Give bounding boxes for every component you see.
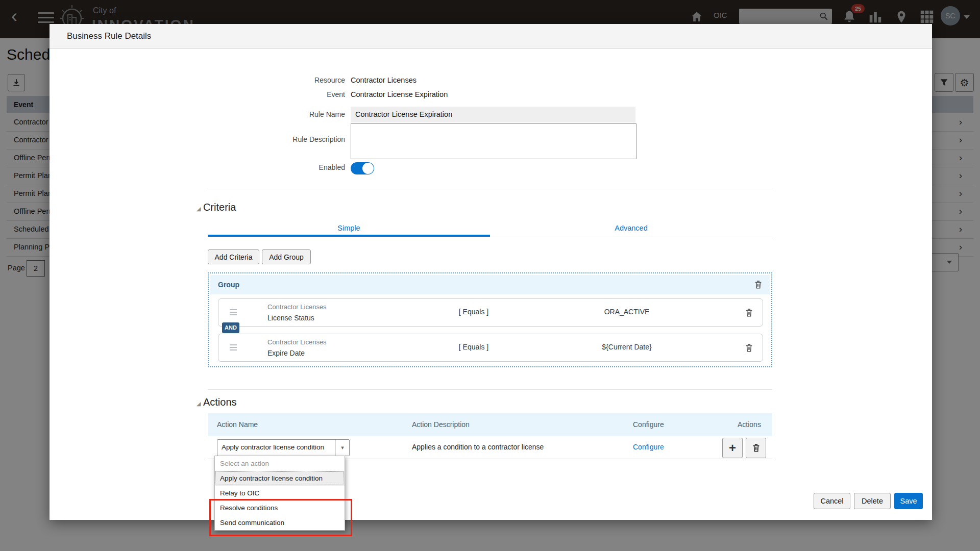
dropdown-option-selected[interactable]: Apply contractor license condition [215, 471, 345, 486]
dropdown-option-placeholder[interactable]: Select an action [215, 456, 345, 471]
plus-icon: + [729, 442, 736, 454]
col-actions: Actions [738, 413, 761, 436]
col-action-name: Action Name [217, 413, 258, 436]
delete-criteria-trash-icon[interactable] [745, 308, 753, 317]
tab-simple[interactable]: Simple [208, 220, 490, 236]
resource-value: Contractor Licenses [351, 76, 416, 84]
criteria-row[interactable]: Contractor Licenses License Status [ Equ… [218, 298, 763, 327]
dropdown-option[interactable]: Relay to OIC [215, 486, 345, 500]
col-action-description: Action Description [412, 413, 470, 436]
criteria-field: Expire Date [267, 349, 305, 357]
toggle-knob [362, 163, 374, 174]
rule-name-label: Rule Name [243, 110, 345, 118]
add-action-button[interactable]: + [722, 438, 743, 458]
event-label: Event [243, 90, 345, 98]
screen: ‹ City of INNOVATION OIC 25 [0, 0, 980, 551]
action-name-select[interactable]: Apply contractor license condition ▾ [217, 439, 350, 456]
criteria-group: Group Contractor Licenses License Status… [208, 272, 772, 367]
criteria-operator: [ Equals ] [423, 343, 525, 351]
criteria-operator: [ Equals ] [423, 308, 525, 316]
tab-advanced[interactable]: Advanced [490, 220, 772, 236]
save-button[interactable]: Save [894, 493, 923, 509]
drag-handle-icon[interactable] [229, 343, 238, 352]
action-description: Applies a condition to a contractor lice… [412, 443, 544, 451]
conjunction-badge[interactable]: AND [222, 322, 239, 333]
delete-action-button[interactable] [746, 438, 766, 458]
add-criteria-button[interactable]: Add Criteria [208, 249, 259, 264]
cancel-button[interactable]: Cancel [814, 493, 850, 509]
criteria-resource: Contractor Licenses [267, 338, 327, 346]
actions-table-header: Action Name Action Description Configure… [208, 413, 772, 436]
criteria-section-header[interactable]: ◢ Criteria [197, 202, 236, 213]
collapse-triangle-icon[interactable]: ◢ [197, 206, 201, 212]
criteria-row[interactable]: Contractor Licenses Expire Date [ Equals… [218, 334, 763, 362]
add-group-button[interactable]: Add Group [262, 249, 311, 264]
actions-section-header[interactable]: ◢ Actions [197, 396, 237, 408]
criteria-tabstrip: Simple Advanced [208, 220, 772, 237]
delete-criteria-trash-icon[interactable] [745, 343, 753, 353]
criteria-resource: Contractor Licenses [267, 303, 327, 311]
caret-down-icon: ▾ [335, 440, 349, 456]
configure-link[interactable]: Configure [633, 443, 664, 451]
event-value: Contractor License Expiration [351, 90, 448, 98]
criteria-title: Criteria [203, 202, 236, 213]
drag-handle-icon[interactable] [229, 308, 238, 316]
section-divider [208, 389, 772, 390]
actions-title: Actions [203, 396, 237, 408]
delete-button[interactable]: Delete [854, 493, 891, 509]
annotation-highlight-box [209, 499, 352, 536]
collapse-triangle-icon[interactable]: ◢ [197, 400, 201, 407]
group-header: Group [210, 275, 770, 294]
rule-description-label: Rule Description [243, 135, 345, 143]
rule-description-field[interactable] [351, 123, 636, 159]
enabled-label: Enabled [243, 163, 345, 171]
active-tab-indicator [208, 235, 490, 237]
criteria-value: ${Current Date} [576, 343, 678, 351]
col-configure: Configure [633, 413, 664, 436]
criteria-value: ORA_ACTIVE [576, 308, 678, 316]
enabled-toggle[interactable] [351, 162, 374, 174]
delete-group-trash-icon[interactable] [754, 280, 763, 289]
resource-label: Resource [243, 76, 345, 84]
modal-title: Business Rule Details [67, 24, 932, 48]
criteria-field: License Status [267, 314, 314, 322]
group-title: Group [218, 281, 239, 289]
selected-action: Apply contractor license condition [222, 440, 324, 455]
modal-header: Business Rule Details [50, 24, 932, 49]
business-rule-details-modal: Business Rule Details Resource Contracto… [50, 24, 932, 520]
rule-name-field[interactable]: Contractor License Expiration [351, 107, 635, 122]
section-divider [208, 189, 772, 189]
trash-icon [752, 443, 761, 453]
